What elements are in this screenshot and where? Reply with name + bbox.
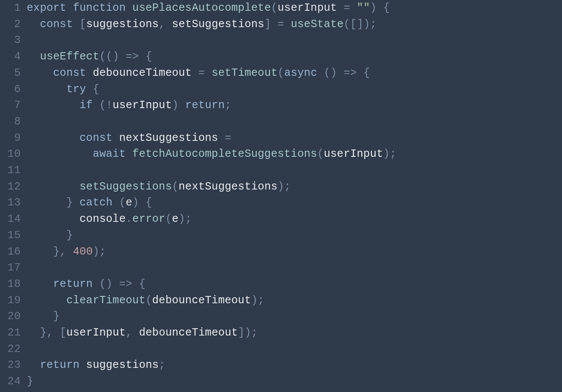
token <box>27 294 66 307</box>
code-line: 6 try { <box>0 81 562 98</box>
token: } <box>53 246 59 258</box>
token: function <box>73 2 126 14</box>
token: ( <box>146 294 152 307</box>
token: ) <box>363 18 370 31</box>
token <box>73 18 79 31</box>
code-line: 22 <box>0 341 562 358</box>
line-number: 10 <box>0 146 27 162</box>
token <box>27 18 40 31</box>
code-line: 15 } <box>0 227 562 244</box>
token: debounceTimeout <box>152 294 251 307</box>
line-number: 9 <box>0 130 27 146</box>
code-line: 12 setSuggestions(nextSuggestions); <box>0 179 562 195</box>
token: { <box>93 83 99 96</box>
code-content: useEffect(() => { <box>27 49 562 65</box>
token <box>27 327 40 339</box>
token: ( <box>99 278 106 290</box>
token: ) <box>178 213 185 225</box>
token: ( <box>172 180 178 193</box>
token: try <box>66 83 86 96</box>
token <box>178 99 185 112</box>
token: suggestions <box>86 359 159 371</box>
line-number: 11 <box>0 162 27 179</box>
code-content <box>27 260 562 276</box>
token: ( <box>100 99 106 112</box>
line-number: 18 <box>0 276 27 292</box>
token <box>93 278 99 290</box>
token: ( <box>278 67 284 79</box>
token: } <box>27 375 33 388</box>
token: ) <box>370 2 377 14</box>
token: e <box>126 196 132 209</box>
line-number: 16 <box>0 244 27 260</box>
token: = <box>198 67 205 79</box>
line-number: 21 <box>0 325 27 341</box>
code-content: if (!userInput) return; <box>27 97 562 114</box>
token <box>112 278 119 290</box>
code-editor: 1export function usePlacesAutocomplete(u… <box>0 0 562 390</box>
token: } <box>66 229 73 242</box>
code-line: 23 return suggestions; <box>0 357 562 373</box>
code-content: }, 400); <box>27 244 562 260</box>
token: , <box>47 327 53 339</box>
token: ; <box>225 99 231 112</box>
token <box>66 246 73 258</box>
token: ; <box>390 148 396 160</box>
token: ( <box>324 67 330 79</box>
token: [ <box>350 18 357 31</box>
token <box>119 50 125 63</box>
token <box>350 2 357 14</box>
line-number: 14 <box>0 211 27 227</box>
token: ; <box>258 294 264 307</box>
token <box>86 67 93 79</box>
token: ) <box>383 148 390 160</box>
token: ( <box>165 213 172 225</box>
code-content: } catch (e) { <box>27 195 562 211</box>
token <box>27 229 66 242</box>
code-content: const nextSuggestions = <box>27 130 562 146</box>
token: = <box>225 132 231 144</box>
token: = <box>278 18 284 31</box>
token: ) <box>331 67 337 79</box>
line-number: 22 <box>0 341 27 358</box>
token: const <box>40 18 73 31</box>
line-number: 3 <box>0 32 27 49</box>
token <box>27 196 66 209</box>
token <box>337 67 343 79</box>
token: ( <box>343 18 350 31</box>
token: usePlacesAutocomplete <box>132 2 271 14</box>
code-line: 19 clearTimeout(debounceTimeout); <box>0 292 562 309</box>
token: suggestions <box>86 18 159 31</box>
token: catch <box>80 196 113 209</box>
token: nextSuggestions <box>119 132 218 144</box>
token <box>27 67 53 79</box>
token: ( <box>99 50 106 63</box>
code-content: }, [userInput, debounceTimeout]); <box>27 325 562 341</box>
token: ] <box>264 18 271 31</box>
token: => <box>343 67 357 79</box>
token: setSuggestions <box>172 18 264 31</box>
token <box>112 196 119 209</box>
token: setSuggestions <box>80 180 172 193</box>
line-number: 5 <box>0 65 27 81</box>
token <box>126 148 132 160</box>
token <box>27 99 80 112</box>
code-line: 16 }, 400); <box>0 244 562 260</box>
code-content: console.error(e); <box>27 211 562 227</box>
code-content <box>27 32 562 49</box>
token: ( <box>119 196 125 209</box>
token <box>112 132 119 144</box>
token: nextSuggestions <box>178 180 278 193</box>
token: console <box>80 213 126 225</box>
token: ) <box>112 50 119 63</box>
token: error <box>132 213 165 225</box>
token: export <box>27 2 66 14</box>
token: , <box>126 327 132 339</box>
token: ( <box>317 148 324 160</box>
token <box>337 2 343 14</box>
token: fetchAutocompleteSuggestions <box>132 148 317 160</box>
token: ) <box>93 246 99 258</box>
line-number: 2 <box>0 16 27 33</box>
token: { <box>139 278 145 290</box>
token: { <box>146 50 152 63</box>
